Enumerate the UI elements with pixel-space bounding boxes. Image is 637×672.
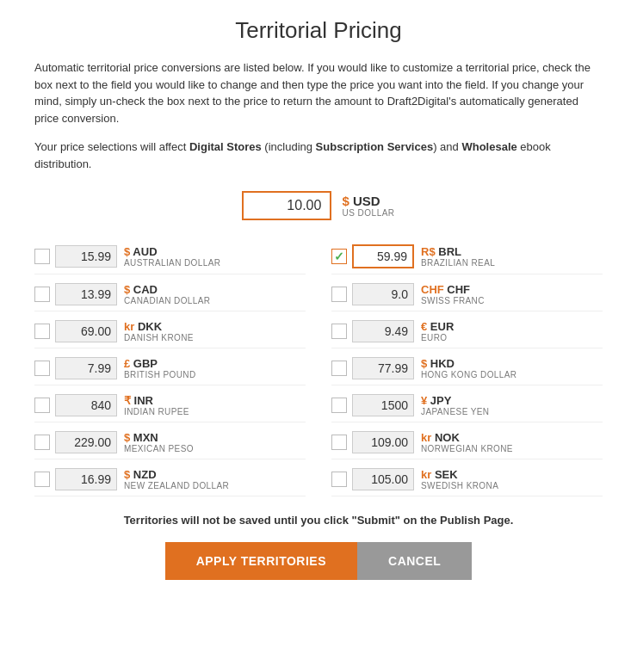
- price-input-dkk[interactable]: [55, 320, 117, 342]
- currency-name-eur: EURO: [421, 333, 454, 342]
- currency-row-dkk: kr DKKDANISH KRONE: [34, 315, 306, 348]
- currency-name-dkk: DANISH KRONE: [124, 333, 194, 342]
- currency-code-nzd: $ NZD: [124, 468, 229, 481]
- currency-info-sek: kr SEKSWEDISH KRONA: [421, 468, 498, 490]
- currency-info-brl: R$ BRLBRAZILIAN REAL: [421, 245, 495, 268]
- currency-info-mxn: $ MXNMEXICAN PESO: [124, 431, 194, 453]
- currency-row-chf: CHF CHFSWISS FRANC: [331, 278, 603, 311]
- checkbox-hkd[interactable]: [331, 361, 347, 376]
- currency-row-eur: € EUREURO: [331, 315, 603, 348]
- checkbox-cad[interactable]: [34, 287, 50, 302]
- currency-name-cad: CANADIAN DOLLAR: [124, 296, 210, 305]
- currency-code-aud: $ AUD: [124, 245, 220, 258]
- currency-info-nzd: $ NZDNEW ZEALAND DOLLAR: [124, 468, 229, 490]
- usd-row: $ USD US DOLLAR: [34, 191, 603, 220]
- currency-name-chf: SWISS FRANC: [421, 296, 485, 305]
- checkbox-chf[interactable]: [331, 287, 347, 302]
- currency-info-cad: $ CADCANADIAN DOLLAR: [124, 283, 210, 305]
- currency-code-gbp: £ GBP: [124, 357, 196, 370]
- currency-info-jpy: ¥ JPYJAPANESE YEN: [421, 394, 489, 416]
- currency-row-gbp: £ GBPBRITISH POUND: [34, 352, 306, 385]
- checkbox-brl[interactable]: ✓: [331, 249, 347, 264]
- usd-code: $ USD: [342, 194, 394, 208]
- usd-input[interactable]: [244, 193, 330, 219]
- currency-row-inr: ₹ INRINDIAN RUPEE: [34, 389, 306, 422]
- currency-code-eur: € EUR: [421, 320, 454, 333]
- currency-code-dkk: kr DKK: [124, 320, 194, 333]
- currency-name-brl: BRAZILIAN REAL: [421, 258, 495, 268]
- currency-row-nzd: $ NZDNEW ZEALAND DOLLAR: [34, 463, 306, 496]
- currency-row-jpy: ¥ JPYJAPANESE YEN: [331, 389, 603, 422]
- checkbox-aud[interactable]: [34, 249, 50, 264]
- price-input-aud[interactable]: [55, 245, 117, 268]
- currency-name-inr: INDIAN RUPEE: [124, 407, 189, 416]
- currency-name-mxn: MEXICAN PESO: [124, 444, 194, 453]
- currency-code-sek: kr SEK: [421, 468, 498, 481]
- currency-info-nok: kr NOKNORWEGIAN KRONE: [421, 431, 513, 453]
- apply-territories-button[interactable]: APPLY TERRITORIES: [165, 542, 357, 580]
- checkbox-eur[interactable]: [331, 324, 347, 339]
- currency-name-sek: SWEDISH KRONA: [421, 481, 498, 490]
- currency-info-chf: CHF CHFSWISS FRANC: [421, 283, 485, 305]
- price-input-inr[interactable]: [55, 394, 117, 416]
- price-input-chf[interactable]: [352, 283, 414, 305]
- currency-code-hkd: $ HKD: [421, 357, 516, 370]
- price-input-eur[interactable]: [352, 320, 414, 342]
- price-input-gbp[interactable]: [55, 357, 117, 379]
- description-text: Automatic territorial price conversions …: [34, 59, 603, 126]
- currency-name-aud: AUSTRALIAN DOLLAR: [124, 258, 220, 268]
- currency-name-nzd: NEW ZEALAND DOLLAR: [124, 481, 229, 490]
- price-input-brl[interactable]: [352, 244, 414, 268]
- currency-row-cad: $ CADCANADIAN DOLLAR: [34, 278, 306, 311]
- price-input-nok[interactable]: [352, 431, 414, 453]
- price-input-nzd[interactable]: [55, 468, 117, 490]
- currency-name-hkd: HONG KONG DOLLAR: [421, 370, 516, 379]
- cancel-button[interactable]: CANCEL: [357, 542, 472, 580]
- usd-currency-label: $ USD US DOLLAR: [342, 194, 394, 218]
- checkbox-inr[interactable]: [34, 398, 50, 413]
- price-input-jpy[interactable]: [352, 394, 414, 416]
- price-input-cad[interactable]: [55, 283, 117, 305]
- currency-name-jpy: JAPANESE YEN: [421, 407, 489, 416]
- page-title: Territorial Pricing: [34, 17, 603, 44]
- currency-row-hkd: $ HKDHONG KONG DOLLAR: [331, 352, 603, 385]
- currency-info-inr: ₹ INRINDIAN RUPEE: [124, 394, 189, 416]
- buttons-row: APPLY TERRITORIES CANCEL: [34, 542, 603, 580]
- currency-info-eur: € EUREURO: [421, 320, 454, 342]
- usd-input-wrap: [242, 191, 331, 220]
- currency-info-hkd: $ HKDHONG KONG DOLLAR: [421, 357, 516, 379]
- checkbox-nzd[interactable]: [34, 472, 50, 487]
- currency-row-sek: kr SEKSWEDISH KRONA: [331, 463, 603, 496]
- currency-name-gbp: BRITISH POUND: [124, 370, 196, 379]
- checkbox-dkk[interactable]: [34, 324, 50, 339]
- currency-info-aud: $ AUDAUSTRALIAN DOLLAR: [124, 245, 220, 268]
- checkbox-nok[interactable]: [331, 435, 347, 450]
- currencies-grid: $ AUDAUSTRALIAN DOLLAR✓R$ BRLBRAZILIAN R…: [34, 239, 603, 496]
- price-input-sek[interactable]: [352, 468, 414, 490]
- price-input-hkd[interactable]: [352, 357, 414, 379]
- currency-row-brl: ✓R$ BRLBRAZILIAN REAL: [331, 239, 603, 274]
- currency-row-mxn: $ MXNMEXICAN PESO: [34, 426, 306, 459]
- price-input-mxn[interactable]: [55, 431, 117, 453]
- checkbox-sek[interactable]: [331, 472, 347, 487]
- currency-code-jpy: ¥ JPY: [421, 394, 489, 407]
- checkbox-jpy[interactable]: [331, 398, 347, 413]
- usd-name: US DOLLAR: [342, 208, 394, 218]
- currency-code-chf: CHF CHF: [421, 283, 485, 296]
- currency-row-aud: $ AUDAUSTRALIAN DOLLAR: [34, 239, 306, 274]
- currency-code-inr: ₹ INR: [124, 394, 189, 407]
- currency-code-cad: $ CAD: [124, 283, 210, 296]
- currency-code-brl: R$ BRL: [421, 245, 495, 258]
- checkbox-gbp[interactable]: [34, 361, 50, 376]
- checkbox-mxn[interactable]: [34, 435, 50, 450]
- currency-info-dkk: kr DKKDANISH KRONE: [124, 320, 194, 342]
- currency-name-nok: NORWEGIAN KRONE: [421, 444, 513, 453]
- currency-row-nok: kr NOKNORWEGIAN KRONE: [331, 426, 603, 459]
- currency-info-gbp: £ GBPBRITISH POUND: [124, 357, 196, 379]
- description-affect: Your price selections will affect Digita…: [34, 139, 603, 172]
- currency-code-nok: kr NOK: [421, 431, 513, 444]
- currency-code-mxn: $ MXN: [124, 431, 194, 444]
- footer-note: Territories will not be saved until you …: [34, 514, 603, 527]
